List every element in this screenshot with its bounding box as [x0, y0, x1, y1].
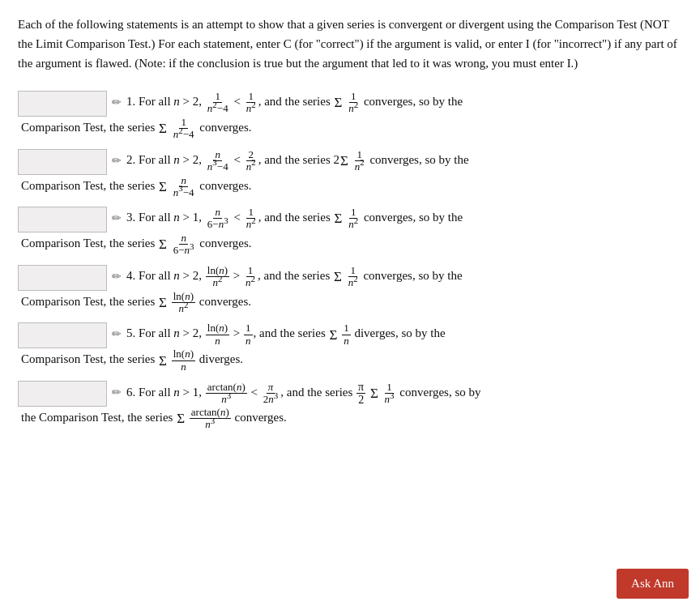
- pencil-icon-3: ✏: [112, 211, 122, 225]
- problem-5-continuation: Comparison Test, the series Σ ln(n)n div…: [18, 348, 682, 373]
- answer-input-4[interactable]: [18, 265, 107, 291]
- pencil-icon-2: ✏: [112, 154, 122, 168]
- pencil-icon-6: ✏: [112, 386, 122, 399]
- problem-2-text: 2. For all n > 2, nn3−4 < 2n2, and the s…: [126, 149, 682, 173]
- answer-input-5[interactable]: [18, 322, 107, 348]
- problem-4-block: ✏ 4. For all n > 2, ln(n)n2 > 1n2, and t…: [18, 265, 682, 315]
- problem-3-text: 3. For all n > 1, n6−n3 < 1n2, and the s…: [126, 207, 682, 231]
- problem-3-continuation: Comparison Test, the series Σ n6−n3 conv…: [18, 232, 682, 257]
- pencil-icon-4: ✏: [112, 270, 122, 284]
- pencil-icon-1: ✏: [112, 96, 122, 109]
- answer-input-1[interactable]: [18, 91, 107, 117]
- problem-5-text: 5. For all n > 2, ln(n)n > 1n, and the s…: [126, 322, 682, 347]
- answer-input-6[interactable]: [18, 381, 107, 407]
- answer-input-3[interactable]: [18, 207, 107, 232]
- problem-5-block: ✏ 5. For all n > 2, ln(n)n > 1n, and the…: [18, 322, 682, 373]
- problem-2-block: ✏ 2. For all n > 2, nn3−4 < 2n2, and the…: [18, 149, 682, 199]
- problem-2-continuation: Comparison Test, the series Σ nn3−4 conv…: [18, 175, 682, 199]
- problem-3-block: ✏ 3. For all n > 1, n6−n3 < 1n2, and the…: [18, 207, 682, 257]
- problem-4-text: 4. For all n > 2, ln(n)n2 > 1n2, and the…: [126, 265, 682, 289]
- problem-1-text: 1. For all n > 2, 1n2−4 < 1n2, and the s…: [126, 91, 682, 115]
- intro-paragraph: Each of the following statements is an a…: [18, 15, 682, 73]
- answer-input-2[interactable]: [18, 149, 107, 175]
- problem-6-text: 6. For all n > 1, arctan(n)n3 < π2n3, an…: [126, 381, 682, 407]
- problem-4-continuation: Comparison Test, the series Σ ln(n)n2 co…: [18, 291, 682, 315]
- problem-1-block: ✏ 1. For all n > 2, 1n2−4 < 1n2, and the…: [18, 91, 682, 141]
- problem-6-continuation: the Comparison Test, the series Σ arctan…: [18, 407, 682, 431]
- problem-6-block: ✏ 6. For all n > 1, arctan(n)n3 < π2n3, …: [18, 381, 682, 431]
- pencil-icon-5: ✏: [112, 327, 122, 341]
- ask-anna-button[interactable]: Ask Ann: [617, 569, 689, 599]
- problem-1-continuation: Comparison Test, the series Σ 1n2−4 conv…: [18, 117, 682, 141]
